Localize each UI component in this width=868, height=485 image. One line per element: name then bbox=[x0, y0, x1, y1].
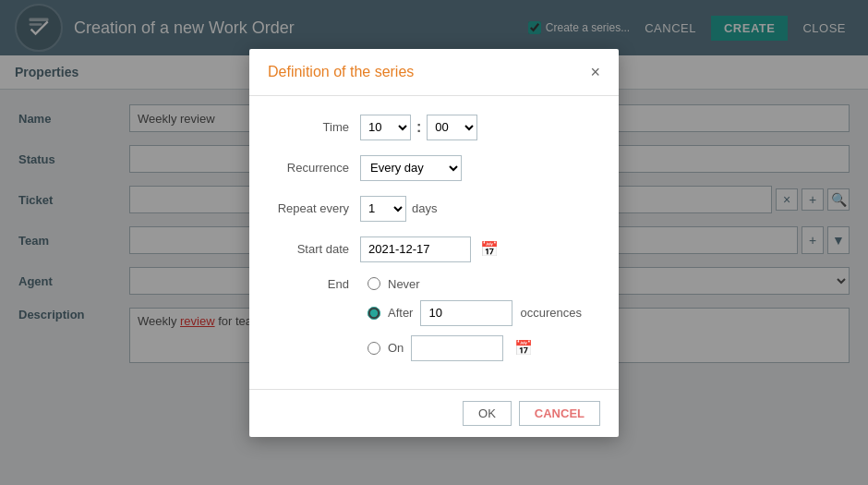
start-date-row: Start date 📅 bbox=[268, 236, 600, 262]
end-after-row: After occurences bbox=[268, 300, 600, 326]
time-minute-select[interactable]: 00 bbox=[427, 115, 477, 140]
recurrence-controls: Every day Every week Every month bbox=[360, 155, 462, 181]
on-date-calendar-button[interactable]: 📅 bbox=[511, 339, 536, 357]
time-colon: : bbox=[416, 119, 421, 136]
repeat-label: Repeat every bbox=[268, 201, 360, 215]
dialog-body: Time 10 : 00 Recurrence Every day bbox=[249, 96, 619, 389]
repeat-select[interactable]: 1 2 3 bbox=[360, 196, 406, 222]
repeat-controls: 1 2 3 days bbox=[360, 196, 437, 222]
end-on-radio[interactable] bbox=[368, 342, 380, 355]
time-hour-select[interactable]: 10 bbox=[360, 115, 411, 140]
end-label: End bbox=[268, 277, 360, 291]
dialog-close-button[interactable]: × bbox=[590, 64, 600, 80]
end-on-row: On 📅 bbox=[268, 335, 600, 361]
end-after-radio[interactable] bbox=[368, 307, 380, 320]
start-date-label: Start date bbox=[268, 242, 360, 256]
occurrences-label: occurences bbox=[520, 306, 581, 320]
dialog-cancel-button[interactable]: CANCEL bbox=[519, 401, 600, 426]
end-section: End Never After occurences On bbox=[268, 277, 600, 361]
time-controls: 10 : 00 bbox=[360, 115, 477, 140]
start-date-controls: 📅 bbox=[360, 236, 502, 262]
dialog-ok-button[interactable]: OK bbox=[463, 401, 512, 426]
dialog-title: Definition of the series bbox=[268, 64, 414, 80]
recurrence-row: Recurrence Every day Every week Every mo… bbox=[268, 155, 600, 181]
end-never-label[interactable]: Never bbox=[388, 277, 420, 291]
days-label: days bbox=[412, 201, 437, 215]
end-never-radio[interactable] bbox=[368, 277, 380, 290]
time-row: Time 10 : 00 bbox=[268, 115, 600, 140]
recurrence-label: Recurrence bbox=[268, 161, 360, 175]
repeat-row: Repeat every 1 2 3 days bbox=[268, 196, 600, 222]
end-after-label[interactable]: After bbox=[388, 306, 413, 320]
dialog-footer: OK CANCEL bbox=[249, 389, 619, 437]
dialog-header: Definition of the series × bbox=[249, 49, 619, 96]
recurrence-select[interactable]: Every day Every week Every month bbox=[360, 155, 462, 181]
on-date-input[interactable] bbox=[411, 335, 503, 361]
start-date-input[interactable] bbox=[360, 236, 471, 262]
after-occurrences-input[interactable] bbox=[420, 300, 512, 326]
start-date-calendar-button[interactable]: 📅 bbox=[476, 240, 502, 258]
end-never-row: End Never bbox=[268, 277, 600, 291]
time-label: Time bbox=[268, 120, 360, 134]
end-on-label[interactable]: On bbox=[388, 341, 404, 355]
dialog-overlay: Definition of the series × Time 10 : 00 bbox=[0, 0, 868, 485]
series-definition-dialog: Definition of the series × Time 10 : 00 bbox=[249, 49, 619, 437]
